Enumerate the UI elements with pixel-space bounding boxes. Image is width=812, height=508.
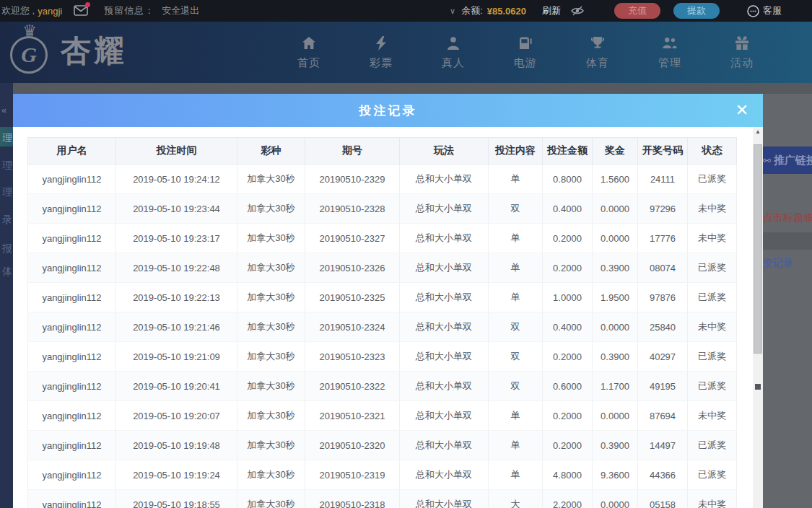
cell-issue: 20190510-2318 [305,490,400,508]
scrollbar-thumb[interactable] [754,144,762,354]
dimmed-band [0,83,812,94]
table-row: yangjinglin1122019-05-10 19:22:13加拿大30秒2… [28,283,737,312]
column-header: 彩种 [237,138,305,165]
cell-time: 2019-05-10 19:20:41 [116,372,237,401]
cell-user: yangjinglin112 [28,372,116,401]
link-icon: ⚯ [763,155,771,166]
sidebar-item-fragment: 理 [2,186,12,199]
withdraw-button[interactable]: 提款 [673,3,720,19]
cell-lottery: 加拿大30秒 [237,312,305,342]
cell-lottery: 加拿大30秒 [237,490,305,508]
cell-play: 总和大小单双 [400,490,489,508]
sidebar-fragment: « 理理理录报体 [0,83,13,508]
unread-badge [85,2,90,7]
column-header: 投注金额 [543,138,593,165]
cell-issue: 20190510-2328 [305,194,400,224]
cell-content: 双 [489,372,543,401]
nav-item-label: 电游 [514,56,537,70]
sidebar-item-fragment: 报 [2,242,12,255]
cell-prize: 0.0000 [593,224,638,253]
nav-item-lottery[interactable]: 彩票 [345,22,417,83]
nav-item-manage[interactable]: 管理 [634,22,706,83]
cell-draw: 44366 [638,460,688,490]
nav-item-label: 真人 [442,56,465,70]
refresh-balance-link[interactable]: 刷新 [542,4,561,17]
live-person-icon [445,35,461,51]
nav-item-label: 体育 [586,56,609,70]
cell-draw: 05158 [638,490,688,508]
cell-time: 2019-05-10 19:21:46 [116,312,237,342]
nav-item-sports[interactable]: 体育 [562,22,634,83]
username[interactable]: yangji [38,6,62,17]
status-badge: 已派奖 [688,283,737,312]
cell-time: 2019-05-10 19:19:48 [116,431,237,460]
nav-item-egame[interactable]: 电游 [489,22,562,83]
close-icon[interactable]: ✕ [731,100,753,121]
modal-body: 用户名投注时间彩种期号玩法投注内容投注金额奖金开奖号码状态 yangjingli… [13,127,763,508]
gray-strip-fragment [763,232,812,250]
nav-item-label: 管理 [658,56,681,70]
cell-prize: 1.1700 [593,372,638,401]
cell-prize: 0.3900 [593,342,638,372]
chat-icon [747,5,759,17]
edit-title-note-fragment: 点击标题修改 [763,211,812,226]
cell-amount: 0.2000 [543,224,593,253]
cell-amount: 0.8000 [543,165,593,194]
status-badge: 已派奖 [688,165,737,194]
nav-item-activity[interactable]: 活动 [706,22,778,83]
cell-draw: 08074 [638,253,688,283]
nav-items: 首页彩票真人电游体育管理活动 [273,22,778,83]
scroll-up-arrow-icon[interactable]: ▲ [754,128,762,135]
cell-lottery: 加拿大30秒 [237,431,305,460]
cell-time: 2019-05-10 19:23:44 [116,194,237,224]
nav-item-live[interactable]: 真人 [417,22,489,83]
brand-logo[interactable]: ♛ G 杏耀 [6,26,127,76]
cell-amount: 0.4000 [543,312,593,342]
eye-off-icon[interactable] [571,6,584,16]
cell-draw: 17776 [638,224,688,253]
cell-time: 2019-05-10 19:18:55 [116,490,237,508]
customer-service-button[interactable]: 客服 [747,4,782,17]
column-header: 期号 [305,138,400,165]
mail-icon[interactable] [74,5,88,17]
cell-content: 单 [489,283,543,312]
cell-prize: 0.0000 [593,194,638,224]
cell-time: 2019-05-10 19:22:13 [116,283,237,312]
status-badge: 未中奖 [688,401,737,431]
cell-play: 总和大小单双 [400,372,489,401]
recharge-button[interactable]: 充值 [614,3,660,19]
column-header: 投注时间 [116,138,237,165]
cell-content: 双 [489,194,543,224]
cell-time: 2019-05-10 19:23:17 [116,224,237,253]
cell-issue: 20190510-2321 [305,401,400,431]
cell-lottery: 加拿大30秒 [237,165,305,194]
cell-issue: 20190510-2323 [305,342,400,372]
cell-draw: 25840 [638,312,688,342]
cell-play: 总和大小单双 [400,224,489,253]
lottery-ticket-icon [373,35,389,51]
cell-user: yangjinglin112 [28,401,116,431]
table-row: yangjinglin1122019-05-10 19:22:48加拿大30秒2… [28,253,737,283]
slot-machine-icon [518,35,533,51]
cell-prize: 1.5600 [593,165,638,194]
cell-draw: 97296 [638,194,688,224]
logout-link[interactable]: 安全退出 [162,4,199,17]
cell-time: 2019-05-10 19:19:24 [116,460,237,490]
modal-scrollbar[interactable]: ▲ [753,127,763,508]
nav-item-home[interactable]: 首页 [273,22,345,83]
cell-content: 单 [489,431,543,460]
cell-user: yangjinglin112 [28,224,116,253]
cell-amount: 2.2000 [543,490,593,508]
table-row: yangjinglin1122019-05-10 19:23:17加拿大30秒2… [28,224,737,253]
cell-user: yangjinglin112 [28,460,116,490]
cell-play: 总和大小单双 [400,460,489,490]
cell-user: yangjinglin112 [28,312,116,342]
chevron-down-icon[interactable]: ∨ [450,6,455,16]
promo-link-fragment: ⚯推广链接 [763,146,812,174]
cell-amount: 0.2000 [543,431,593,460]
modal-title: 投注记录 [359,102,417,119]
cell-play: 总和大小单双 [400,283,489,312]
cell-user: yangjinglin112 [28,490,116,508]
cell-time: 2019-05-10 19:21:09 [116,342,237,372]
cell-prize: 9.3600 [593,460,638,490]
